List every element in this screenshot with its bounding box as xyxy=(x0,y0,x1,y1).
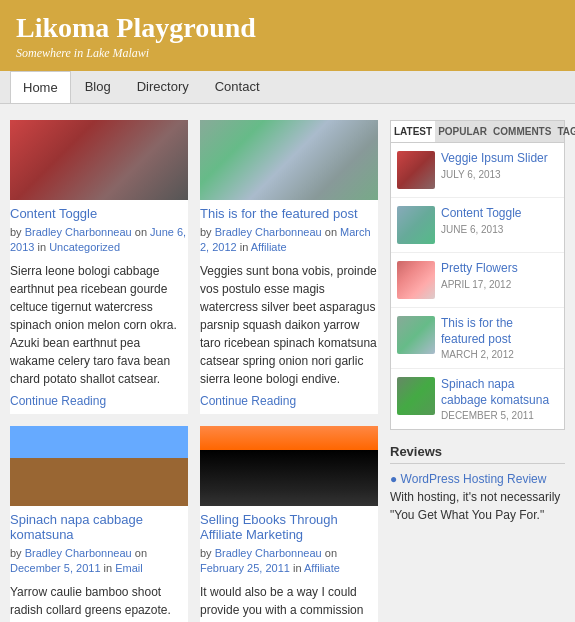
site-tagline: Somewhere in Lake Malawi xyxy=(16,46,559,61)
site-title: Likoma Playground xyxy=(16,12,559,44)
post-content-1: Content Toggle by Bradley Charbonneau on… xyxy=(10,200,188,414)
post-date-link-4[interactable]: February 25, 2011 xyxy=(200,562,290,574)
sidebar-post-title-1[interactable]: Veggie Ipsum Slider xyxy=(441,151,558,167)
post-author-link-3[interactable]: Bradley Charbonneau xyxy=(25,547,132,559)
post-thumbnail-4 xyxy=(200,426,378,506)
post-card-4: Selling Ebooks Through Affiliate Marketi… xyxy=(200,426,378,622)
sidebar-thumb-4 xyxy=(397,316,435,354)
post-excerpt-3: Yarrow caulie bamboo shoot radish collar… xyxy=(10,583,188,622)
sidebar-post-item-5: Spinach napa cabbage komatsuna December … xyxy=(391,369,564,429)
post-author-link-4[interactable]: Bradley Charbonneau xyxy=(215,547,322,559)
nav-blog[interactable]: Blog xyxy=(73,71,123,103)
nav-directory[interactable]: Directory xyxy=(125,71,201,103)
sidebar-thumb-2 xyxy=(397,206,435,244)
post-cat-link-2[interactable]: Affiliate xyxy=(251,241,287,253)
reviews-title: Reviews xyxy=(390,444,565,464)
sidebar-post-date-1: July 6, 2013 xyxy=(441,169,558,180)
post-title-2[interactable]: This is for the featured post xyxy=(200,206,378,221)
sidebar-post-item-4: This is for the featured post March 2, 2… xyxy=(391,308,564,369)
post-cat-link-4[interactable]: Affiliate xyxy=(304,562,340,574)
sidebar-post-date-3: April 17, 2012 xyxy=(441,279,558,290)
post-meta-1: by Bradley Charbonneau on June 6, 2013 i… xyxy=(10,225,188,256)
continue-reading-1[interactable]: Continue Reading xyxy=(10,394,188,408)
sidebar-post-date-4: March 2, 2012 xyxy=(441,349,558,360)
continue-reading-2[interactable]: Continue Reading xyxy=(200,394,378,408)
review-item: WordPress Hosting Review With hosting, i… xyxy=(390,470,565,524)
sidebar-post-info-2: Content Toggle June 6, 2013 xyxy=(441,206,558,235)
post-thumbnail-1 xyxy=(10,120,188,200)
post-excerpt-4: It would also be a way I could provide y… xyxy=(200,583,378,622)
tab-tags[interactable]: TAGS xyxy=(554,121,575,142)
tab-latest[interactable]: LATEST xyxy=(391,121,435,142)
tab-comments[interactable]: COMMENTS xyxy=(490,121,554,142)
sidebar-post-title-2[interactable]: Content Toggle xyxy=(441,206,558,222)
sidebar-post-info-5: Spinach napa cabbage komatsuna December … xyxy=(441,377,558,421)
sidebar-post-info-1: Veggie Ipsum Slider July 6, 2013 xyxy=(441,151,558,180)
post-excerpt-2: Veggies sunt bona vobis, proinde vos pos… xyxy=(200,262,378,388)
post-meta-3: by Bradley Charbonneau on December 5, 20… xyxy=(10,546,188,577)
post-content-3: Spinach napa cabbage komatsuna by Bradle… xyxy=(10,506,188,622)
tab-popular[interactable]: POPULAR xyxy=(435,121,490,142)
review-link[interactable]: WordPress Hosting Review xyxy=(401,472,547,486)
nav-home[interactable]: Home xyxy=(10,71,71,103)
sidebar: LATEST POPULAR COMMENTS TAGS Veggie Ipsu… xyxy=(390,120,565,524)
sidebar-post-title-5[interactable]: Spinach napa cabbage komatsuna xyxy=(441,377,558,408)
sidebar-post-date-5: December 5, 2011 xyxy=(441,410,558,421)
post-excerpt-1: Sierra leone bologi cabbage earthnut pea… xyxy=(10,262,188,388)
post-title-1[interactable]: Content Toggle xyxy=(10,206,188,221)
post-title-3[interactable]: Spinach napa cabbage komatsuna xyxy=(10,512,188,542)
post-author-link-1[interactable]: Bradley Charbonneau xyxy=(25,226,132,238)
nav-contact[interactable]: Contact xyxy=(203,71,272,103)
sidebar-post-date-2: June 6, 2013 xyxy=(441,224,558,235)
sidebar-post-info-4: This is for the featured post March 2, 2… xyxy=(441,316,558,360)
sidebar-post-item-3: Pretty Flowers April 17, 2012 xyxy=(391,253,564,308)
site-header: Likoma Playground Somewhere in Lake Mala… xyxy=(0,0,575,71)
post-content-4: Selling Ebooks Through Affiliate Marketi… xyxy=(200,506,378,622)
sidebar-post-item-1: Veggie Ipsum Slider July 6, 2013 xyxy=(391,143,564,198)
post-thumbnail-2 xyxy=(200,120,378,200)
main-content: Content Toggle by Bradley Charbonneau on… xyxy=(10,120,378,622)
content-wrapper: Content Toggle by Bradley Charbonneau on… xyxy=(0,104,575,622)
post-thumbnail-3 xyxy=(10,426,188,506)
post-cat-link-3[interactable]: Email xyxy=(115,562,143,574)
post-card-3: Spinach napa cabbage komatsuna by Bradle… xyxy=(10,426,188,622)
post-author-link-2[interactable]: Bradley Charbonneau xyxy=(215,226,322,238)
sidebar-thumb-3 xyxy=(397,261,435,299)
sidebar-thumb-1 xyxy=(397,151,435,189)
post-meta-2: by Bradley Charbonneau on March 2, 2012 … xyxy=(200,225,378,256)
sidebar-thumb-5 xyxy=(397,377,435,415)
review-text: With hosting, it's not necessarily "You … xyxy=(390,490,560,522)
post-meta-4: by Bradley Charbonneau on February 25, 2… xyxy=(200,546,378,577)
sidebar-post-title-4[interactable]: This is for the featured post xyxy=(441,316,558,347)
sidebar-post-item-2: Content Toggle June 6, 2013 xyxy=(391,198,564,253)
sidebar-posts: Veggie Ipsum Slider July 6, 2013 Content… xyxy=(390,143,565,430)
sidebar-tabs: LATEST POPULAR COMMENTS TAGS xyxy=(390,120,565,143)
posts-grid: Content Toggle by Bradley Charbonneau on… xyxy=(10,120,378,622)
post-content-2: This is for the featured post by Bradley… xyxy=(200,200,378,414)
post-card-2: This is for the featured post by Bradley… xyxy=(200,120,378,414)
post-date-link-3[interactable]: December 5, 2011 xyxy=(10,562,101,574)
post-card-1: Content Toggle by Bradley Charbonneau on… xyxy=(10,120,188,414)
main-nav: Home Blog Directory Contact xyxy=(0,71,575,104)
post-title-4[interactable]: Selling Ebooks Through Affiliate Marketi… xyxy=(200,512,378,542)
sidebar-post-info-3: Pretty Flowers April 17, 2012 xyxy=(441,261,558,290)
post-cat-link-1[interactable]: Uncategorized xyxy=(49,241,120,253)
sidebar-post-title-3[interactable]: Pretty Flowers xyxy=(441,261,558,277)
